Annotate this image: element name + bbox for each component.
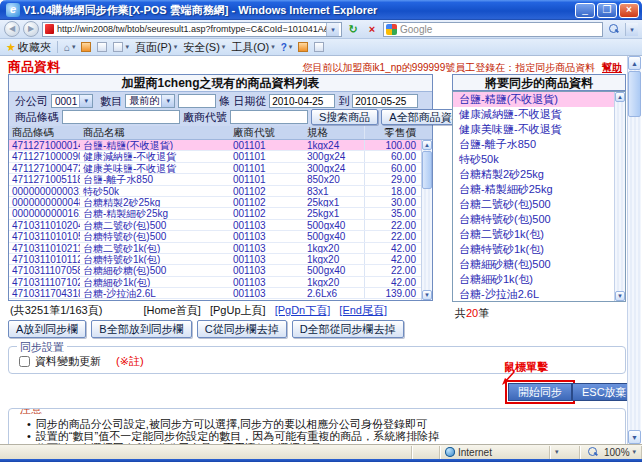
- login-info-text: 您目前以加盟商ik1_np的999999號員工登錄在：指定同步商品資料: [302, 62, 595, 73]
- scroll-down-icon[interactable]: ▼: [628, 430, 641, 444]
- pgdn-link[interactable]: [PgDn下頁]: [275, 304, 331, 316]
- scroll-down-icon[interactable]: ▼: [615, 291, 625, 301]
- search-dropdown-icon[interactable]: ▾: [625, 23, 638, 36]
- notice-item: 同步的商品分公司設定,被同步方可以選擇,同步方的要以相應分公司身份登錄即可: [27, 418, 617, 430]
- url-input[interactable]: [57, 24, 326, 34]
- table-cell: 25kgx1: [304, 197, 364, 207]
- maximize-button[interactable]: ❐: [597, 3, 617, 18]
- table-row[interactable]: 4710311010112台糖特號砂1k(包)0011031kgx2042.00: [9, 254, 421, 265]
- feeds-icon[interactable]: [81, 42, 91, 52]
- search-box[interactable]: [383, 22, 603, 37]
- search-magnifier-icon[interactable]: [609, 24, 619, 34]
- scroll-down-icon[interactable]: ▼: [422, 290, 432, 300]
- toolbar-extra-icon[interactable]: [314, 42, 324, 52]
- table-scrollbar[interactable]: ▲ ▼: [421, 140, 432, 300]
- table-row[interactable]: 0000000000161台糖-精製細砂25kg00110225kgx135.0…: [9, 208, 421, 219]
- table-row[interactable]: 0000000000048台糖精製2砂25kg00110225kgx130.00: [9, 197, 421, 208]
- search-products-button[interactable]: S搜索商品: [311, 109, 378, 125]
- minimize-button[interactable]: _: [575, 3, 595, 18]
- table-cell: 83x1: [304, 186, 364, 196]
- branch-select[interactable]: 0001 ▾: [51, 94, 93, 108]
- menu-tools[interactable]: 工具(O) ▾: [231, 40, 274, 55]
- barcode-input[interactable]: [62, 110, 180, 124]
- table-row[interactable]: 4711271005118台鹽-離子水850001101850x2029.00: [9, 174, 421, 185]
- print-button[interactable]: ▾: [113, 42, 129, 52]
- add-all-to-sync-button[interactable]: B全部放到同步欄: [91, 320, 191, 338]
- command-bar: ★ 收藏夾 ⌂ ▾ ▾ 頁面(P) ▾ 安全(S) ▾ 工具(O) ▾ ? ▾: [0, 39, 642, 56]
- sync-list-item[interactable]: 台糖精製2砂25kg: [453, 167, 614, 182]
- tools-dropdown-icon: ▾: [271, 43, 275, 51]
- table-row[interactable]: 4710311107102台糖細砂1k(包)0011031kgx2042.00: [9, 277, 421, 288]
- sync-list-item[interactable]: 特砂50k: [453, 152, 614, 167]
- home-button[interactable]: ⌂ ▾: [64, 42, 76, 53]
- table-row[interactable]: 4710311010211台糖二號砂1k(包)0011031kgx2042.00: [9, 243, 421, 254]
- vendor-input[interactable]: [230, 110, 308, 124]
- add-to-sync-button[interactable]: A放到同步欄: [8, 320, 86, 338]
- table-row[interactable]: 0000000000031特砂50k00110283x118.00: [9, 186, 421, 197]
- menu-safety-label: 安全(S): [183, 40, 220, 55]
- scrollbar-thumb[interactable]: [422, 151, 432, 189]
- table-row[interactable]: 4711271000472健康美味鹽-不收退貨001101300gx2460.0…: [9, 163, 421, 174]
- date-to-input[interactable]: [352, 94, 418, 108]
- status-dropdown-icon[interactable]: ▾: [555, 448, 559, 456]
- address-dropdown-icon[interactable]: ▾: [326, 23, 339, 36]
- remove-all-from-sync-button[interactable]: D全部從同步欄去掉: [292, 320, 404, 338]
- back-button[interactable]: ◀: [4, 21, 20, 37]
- sync-list-item[interactable]: 台鹽-離子水850: [453, 137, 614, 152]
- count-select[interactable]: 最前的 ▾: [125, 94, 175, 108]
- sync-list-item[interactable]: 台糖二號砂1k(包): [453, 227, 614, 242]
- sync-list-item[interactable]: 台糖-精製細砂25kg: [453, 182, 614, 197]
- table-row[interactable]: 4710311010204台糖二號砂(包)500001103500gx4022.…: [9, 220, 421, 231]
- scroll-up-icon[interactable]: ▲: [422, 140, 432, 150]
- table-cell: 60.00: [364, 151, 420, 161]
- count-input[interactable]: [178, 94, 216, 108]
- read-mail-icon[interactable]: [97, 42, 107, 52]
- zoom-dropdown-icon: ▾: [633, 448, 637, 456]
- table-cell: 22.00: [364, 265, 420, 275]
- address-field[interactable]: ▾: [42, 22, 342, 37]
- menu-safety[interactable]: 安全(S) ▾: [183, 40, 225, 55]
- table-row[interactable]: 4710311010105台糖特號砂(包)500001103500gx4022.…: [9, 231, 421, 242]
- refresh-button[interactable]: ↻: [345, 22, 361, 37]
- favorites-button[interactable]: ★ 收藏夾: [6, 40, 51, 55]
- menu-page[interactable]: 頁面(P) ▾: [135, 40, 177, 55]
- remove-from-sync-button[interactable]: C從同步欄去掉: [197, 320, 287, 338]
- toolbar-extra-icon[interactable]: [298, 42, 308, 52]
- product-table-body: 4711271000014台鹽-精鹽(不收退貨)0011011kgx24100.…: [9, 140, 421, 300]
- table-row[interactable]: 4710311107058台糖細砂糖(包)500001103500gx4022.…: [9, 265, 421, 276]
- zoom-control[interactable]: 100% ▾: [580, 446, 642, 459]
- zone-label: Internet: [458, 447, 492, 458]
- end-page-link[interactable]: [End尾頁]: [339, 304, 387, 316]
- sync-list-item[interactable]: 台糖-沙拉油2.6L: [453, 287, 614, 301]
- sync-list-item[interactable]: 台糖細砂1k(包): [453, 272, 614, 287]
- table-cell: 4710311010211: [9, 243, 80, 253]
- date-from-input[interactable]: [269, 94, 335, 108]
- sync-list-item[interactable]: 台糖特號砂1k(包): [453, 242, 614, 257]
- help-button[interactable]: ? ▾: [281, 42, 293, 53]
- table-row[interactable]: 4710311704318台糖-沙拉油2.6L0011032.6Lx6139.0…: [9, 288, 421, 299]
- page-scrollbar[interactable]: ▲ ▼: [627, 56, 641, 444]
- data-change-update-checkbox[interactable]: [19, 356, 30, 367]
- scroll-up-icon[interactable]: ▲: [615, 92, 625, 102]
- sync-list-item[interactable]: 台糖二號砂(包)500: [453, 197, 614, 212]
- sync-list-scrollbar[interactable]: ▲ ▼: [614, 92, 625, 301]
- forward-button[interactable]: ▶: [23, 21, 39, 37]
- table-cell: 4710311010112: [9, 254, 80, 264]
- search-input[interactable]: [400, 24, 600, 35]
- sync-list-item[interactable]: 台糖細砂糖(包)500: [453, 257, 614, 272]
- sync-list-item[interactable]: 健康美味鹽-不收退貨: [453, 122, 614, 137]
- sync-list-item[interactable]: 健康減納鹽-不收退貨: [453, 107, 614, 122]
- scroll-up-icon[interactable]: ▲: [628, 56, 641, 70]
- start-sync-button[interactable]: 開始同步: [508, 383, 572, 401]
- table-cell: 台糖二號砂(包)500: [80, 220, 230, 230]
- close-button[interactable]: ×: [619, 3, 639, 18]
- table-row[interactable]: 4711271000090健康減納鹽-不收退貨001101300gx2460.0…: [9, 151, 421, 162]
- help-link[interactable]: 幫助: [602, 62, 622, 73]
- stop-button[interactable]: ×: [364, 22, 380, 37]
- table-cell: 42.00: [364, 254, 420, 264]
- sync-list-item[interactable]: 台鹽-精鹽(不收退貨): [453, 92, 614, 107]
- sync-list-item[interactable]: 台糖特號砂(包)500: [453, 212, 614, 227]
- scrollbar-thumb[interactable]: [628, 71, 641, 117]
- table-row[interactable]: 4711271000014台鹽-精鹽(不收退貨)0011011kgx24100.…: [9, 140, 421, 151]
- home-dropdown-icon: ▾: [72, 43, 76, 51]
